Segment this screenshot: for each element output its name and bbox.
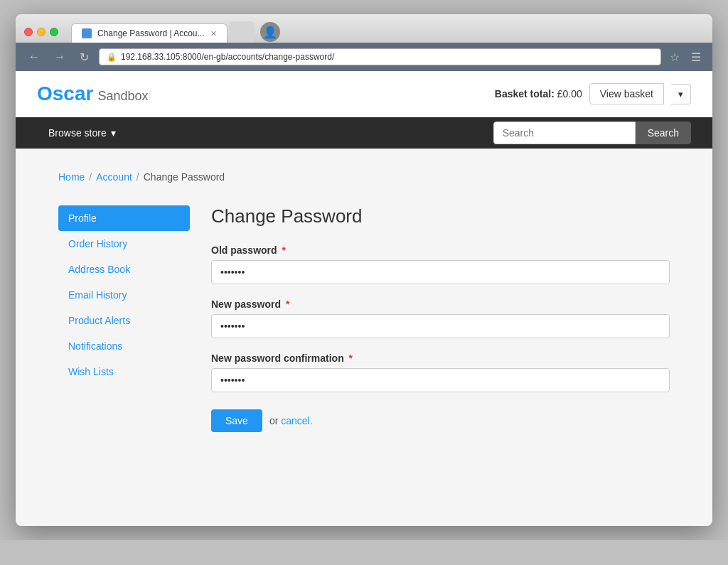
sidebar-item-notifications: Notifications <box>58 333 190 359</box>
refresh-button[interactable]: ↻ <box>75 49 93 65</box>
browse-store-chevron-icon: ▾ <box>111 127 116 139</box>
logo-sandbox: Sandbox <box>97 89 148 104</box>
address-bar[interactable]: 🔒 192.168.33.105:8000/en-gb/accounts/cha… <box>99 48 661 65</box>
breadcrumb-current: Change Password <box>144 171 225 183</box>
change-password-form: Old password * New password * <box>211 244 670 432</box>
sidebar: Profile Order History Address Book Email… <box>58 205 190 384</box>
old-password-group: Old password * <box>211 244 670 284</box>
close-traffic-light[interactable] <box>24 28 33 36</box>
header-right: Basket total: £0.00 View basket ▾ <box>495 83 691 104</box>
breadcrumb-sep-1: / <box>89 171 92 183</box>
browser-toolbar: ← → ↻ 🔒 192.168.33.105:8000/en-gb/accoun… <box>16 43 712 71</box>
view-basket-dropdown-button[interactable]: ▾ <box>671 84 691 104</box>
breadcrumb: Home / Account / Change Password <box>58 163 670 191</box>
active-tab[interactable]: Change Password | Accou... ✕ <box>71 23 228 43</box>
sidebar-link-profile[interactable]: Profile <box>58 205 190 231</box>
toolbar-right: ☆ ☰ <box>667 49 704 65</box>
breadcrumb-home[interactable]: Home <box>58 171 85 183</box>
inactive-tab[interactable] <box>229 21 255 43</box>
cancel-link[interactable]: cancel. <box>281 415 312 426</box>
lock-icon: 🔒 <box>107 53 117 62</box>
sidebar-link-address-book[interactable]: Address Book <box>58 257 190 282</box>
forward-button[interactable]: → <box>50 49 70 65</box>
view-basket-button[interactable]: View basket <box>589 83 664 104</box>
maximize-traffic-light[interactable] <box>50 28 58 36</box>
tab-favicon <box>82 28 92 38</box>
sidebar-link-product-alerts[interactable]: Product Alerts <box>58 308 190 333</box>
menu-icon[interactable]: ☰ <box>688 49 704 65</box>
basket-total: Basket total: £0.00 <box>495 88 582 99</box>
form-actions-or: or cancel. <box>269 415 313 426</box>
site-header: Oscar Sandbox Basket total: £0.00 View b… <box>16 71 712 117</box>
sidebar-item-product-alerts: Product Alerts <box>58 308 190 333</box>
sidebar-nav: Profile Order History Address Book Email… <box>58 205 190 384</box>
confirm-password-input[interactable] <box>211 368 670 392</box>
sidebar-item-wish-lists: Wish Lists <box>58 359 190 384</box>
form-actions: Save or cancel. <box>211 409 670 432</box>
save-button[interactable]: Save <box>211 409 262 432</box>
sidebar-item-email-history: Email History <box>58 282 190 308</box>
star-icon[interactable]: ☆ <box>667 49 682 65</box>
new-password-input[interactable] <box>211 314 670 338</box>
new-password-required: * <box>286 298 289 310</box>
nav-search: Search <box>493 122 691 144</box>
nav-bar: Browse store ▾ Search <box>16 117 712 149</box>
sidebar-link-notifications[interactable]: Notifications <box>58 333 190 359</box>
browse-store-label: Browse store <box>48 127 107 139</box>
confirm-password-group: New password confirmation * <box>211 353 670 392</box>
minimize-traffic-light[interactable] <box>37 28 46 36</box>
sidebar-link-wish-lists[interactable]: Wish Lists <box>58 359 190 384</box>
content-layout: Profile Order History Address Book Email… <box>58 205 670 432</box>
traffic-lights <box>24 28 58 36</box>
tab-bar: Change Password | Accou... ✕ <box>71 21 255 43</box>
breadcrumb-account[interactable]: Account <box>96 171 132 183</box>
logo-oscar: Oscar <box>37 82 93 105</box>
search-input[interactable] <box>493 122 636 144</box>
old-password-required: * <box>282 244 285 256</box>
new-password-label: New password * <box>211 298 670 310</box>
old-password-label: Old password * <box>211 244 670 256</box>
old-password-input[interactable] <box>211 260 670 284</box>
sidebar-item-address-book: Address Book <box>58 257 190 282</box>
sidebar-link-email-history[interactable]: Email History <box>58 282 190 308</box>
url-text: 192.168.33.105:8000/en-gb/accounts/chang… <box>121 52 334 62</box>
site-logo: Oscar Sandbox <box>37 82 148 105</box>
new-password-group: New password * <box>211 298 670 338</box>
page-title: Change Password <box>211 205 670 227</box>
browser-window: Change Password | Accou... ✕ 👤 ← → ↻ 🔒 1… <box>16 14 712 526</box>
basket-amount: £0.00 <box>557 88 582 99</box>
page-content: Oscar Sandbox Basket total: £0.00 View b… <box>16 71 712 526</box>
back-button[interactable]: ← <box>24 49 44 65</box>
browser-titlebar: Change Password | Accou... ✕ 👤 <box>16 14 712 43</box>
confirm-password-label: New password confirmation * <box>211 353 670 364</box>
main-container: Home / Account / Change Password Profile… <box>44 149 684 446</box>
tab-title: Change Password | Accou... <box>97 28 205 38</box>
sidebar-item-profile: Profile <box>58 205 190 231</box>
breadcrumb-sep-2: / <box>136 171 139 183</box>
form-area: Change Password Old password * <box>211 205 670 432</box>
browse-store-button[interactable]: Browse store ▾ <box>37 117 127 149</box>
browser-user-avatar: 👤 <box>260 22 280 42</box>
basket-total-label: Basket total: <box>495 88 555 99</box>
search-button[interactable]: Search <box>636 122 691 144</box>
confirm-password-required: * <box>349 353 353 364</box>
tab-close-button[interactable]: ✕ <box>210 29 217 38</box>
sidebar-item-order-history: Order History <box>58 231 190 257</box>
sidebar-link-order-history[interactable]: Order History <box>58 231 190 257</box>
